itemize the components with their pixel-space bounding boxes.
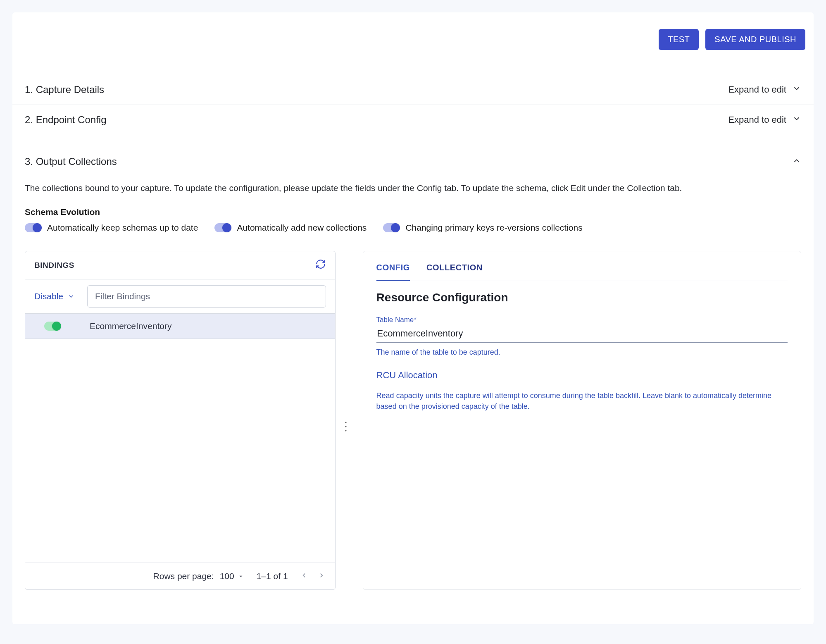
required-star: * bbox=[414, 316, 417, 324]
disable-label: Disable bbox=[34, 291, 63, 301]
schema-evolution-toggles: Automatically keep schemas up to date Au… bbox=[25, 223, 801, 233]
bindings-header: BINDINGS bbox=[25, 251, 335, 279]
switch-icon[interactable] bbox=[383, 223, 400, 232]
pagination-nav bbox=[300, 571, 325, 581]
disable-button[interactable]: Disable bbox=[34, 291, 75, 301]
bindings-config-split: BINDINGS Disable EcommerceInventory bbox=[25, 251, 801, 590]
toggle-add-new-collections[interactable]: Automatically add new collections bbox=[214, 223, 367, 233]
svg-point-1 bbox=[345, 426, 346, 427]
bindings-panel: BINDINGS Disable EcommerceInventory bbox=[25, 251, 336, 590]
next-page-button[interactable] bbox=[318, 571, 325, 581]
expand-endpoint[interactable]: Expand to edit bbox=[728, 114, 801, 126]
expand-capture[interactable]: Expand to edit bbox=[728, 84, 801, 95]
chevron-down-icon bbox=[792, 114, 801, 126]
section-title-endpoint: 2. Endpoint Config bbox=[25, 114, 106, 126]
page-container: TEST SAVE AND PUBLISH 1. Capture Details… bbox=[12, 12, 814, 624]
rows-per-page-label: Rows per page: bbox=[153, 571, 214, 581]
splitter-handle[interactable] bbox=[348, 251, 350, 590]
pagination: Rows per page: 100 1–1 of 1 bbox=[25, 563, 335, 589]
rcu-allocation-heading: RCU Allocation bbox=[376, 370, 788, 385]
section-title-output: 3. Output Collections bbox=[25, 156, 117, 167]
expand-hint-text: Expand to edit bbox=[728, 84, 786, 95]
test-button[interactable]: TEST bbox=[659, 29, 699, 50]
refresh-icon[interactable] bbox=[315, 259, 326, 272]
chevron-up-icon[interactable] bbox=[792, 156, 801, 167]
bindings-empty-area bbox=[25, 339, 335, 563]
chevron-down-icon bbox=[792, 84, 801, 95]
section-output-collections-header[interactable]: 3. Output Collections bbox=[12, 135, 814, 176]
drag-handle-icon bbox=[345, 420, 349, 433]
tab-collection[interactable]: COLLECTION bbox=[426, 263, 483, 281]
toggle-label: Automatically keep schemas up to date bbox=[47, 223, 198, 233]
rows-per-page-select[interactable]: 100 bbox=[220, 571, 244, 581]
top-actions: TEST SAVE AND PUBLISH bbox=[12, 29, 814, 75]
prev-page-button[interactable] bbox=[300, 571, 308, 581]
table-name-input[interactable] bbox=[376, 324, 788, 343]
toggle-keep-schemas[interactable]: Automatically keep schemas up to date bbox=[25, 223, 198, 233]
bindings-header-label: BINDINGS bbox=[34, 261, 74, 270]
tab-config[interactable]: CONFIG bbox=[376, 263, 410, 281]
config-panel: CONFIG COLLECTION Resource Configuration… bbox=[363, 251, 801, 590]
switch-icon[interactable] bbox=[25, 223, 41, 232]
save-and-publish-button[interactable]: SAVE AND PUBLISH bbox=[705, 29, 805, 50]
svg-point-0 bbox=[345, 422, 346, 423]
switch-icon[interactable] bbox=[214, 223, 231, 232]
rows-per-page-value: 100 bbox=[220, 571, 234, 581]
binding-row[interactable]: EcommerceInventory bbox=[25, 313, 335, 339]
table-name-label: Table Name* bbox=[376, 316, 788, 324]
toggle-label: Changing primary keys re-versions collec… bbox=[405, 223, 582, 233]
binding-name: EcommerceInventory bbox=[90, 321, 171, 331]
bindings-controls: Disable bbox=[25, 279, 335, 313]
section-title-capture: 1. Capture Details bbox=[25, 84, 104, 95]
expand-hint-text: Expand to edit bbox=[728, 114, 786, 125]
binding-toggle[interactable] bbox=[44, 322, 61, 331]
resource-config-heading: Resource Configuration bbox=[376, 291, 788, 304]
rows-per-page: Rows per page: 100 bbox=[153, 571, 244, 581]
section-endpoint-config[interactable]: 2. Endpoint Config Expand to edit bbox=[12, 105, 814, 135]
chevron-down-icon bbox=[67, 293, 75, 300]
section-output-body: The collections bound to your capture. T… bbox=[12, 176, 814, 590]
table-name-helper: The name of the table to be captured. bbox=[376, 347, 788, 358]
toggle-label: Automatically add new collections bbox=[237, 223, 367, 233]
table-name-label-text: Table Name bbox=[376, 316, 414, 324]
config-tabs: CONFIG COLLECTION bbox=[376, 263, 788, 281]
schema-evolution-heading: Schema Evolution bbox=[25, 207, 801, 217]
toggle-pk-reversion[interactable]: Changing primary keys re-versions collec… bbox=[383, 223, 582, 233]
pagination-range: 1–1 of 1 bbox=[257, 571, 288, 581]
section-capture-details[interactable]: 1. Capture Details Expand to edit bbox=[12, 75, 814, 105]
output-description: The collections bound to your capture. T… bbox=[25, 183, 801, 193]
filter-bindings-input[interactable] bbox=[87, 285, 326, 308]
svg-point-2 bbox=[345, 430, 346, 431]
rcu-helper: Read capacity units the capture will att… bbox=[376, 390, 788, 412]
caret-down-icon bbox=[238, 573, 244, 580]
